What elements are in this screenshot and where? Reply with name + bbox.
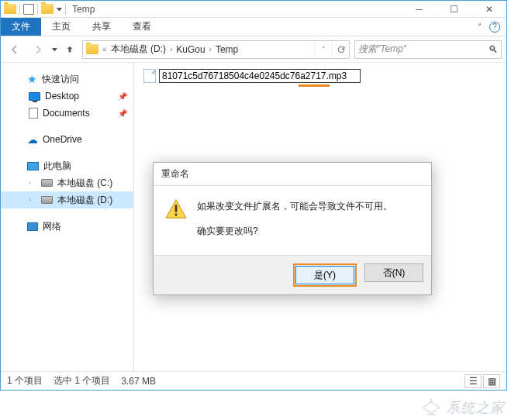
separator bbox=[19, 4, 20, 15]
dialog-line2: 确实要更改吗? bbox=[197, 223, 392, 240]
address-folder-icon bbox=[86, 44, 98, 54]
status-bar: 1 个项目 选中 1 个项目 3.67 MB ☰ ▦ bbox=[1, 371, 506, 390]
history-dropdown-icon[interactable] bbox=[52, 48, 57, 51]
dialog-button-row: 是(Y) 否(N) bbox=[154, 255, 431, 294]
annotation-underline bbox=[299, 84, 330, 87]
sidebar-label: 网络 bbox=[43, 220, 61, 233]
document-icon bbox=[29, 108, 38, 119]
breadcrumb[interactable]: 本地磁盘 (D:) bbox=[108, 43, 169, 56]
expand-icon[interactable]: › bbox=[29, 179, 36, 187]
sidebar-label: Documents bbox=[43, 108, 90, 119]
back-button[interactable] bbox=[5, 40, 24, 59]
window-title: Temp bbox=[66, 4, 402, 15]
status-item-count: 1 个项目 bbox=[7, 374, 43, 387]
sidebar-item-onedrive[interactable]: ☁ OneDrive bbox=[1, 131, 133, 148]
status-size: 3.67 MB bbox=[121, 376, 156, 387]
address-bar[interactable]: « 本地磁盘 (D:) › KuGou › Temp ˅ bbox=[82, 40, 350, 59]
address-dropdown-button[interactable]: ˅ bbox=[315, 41, 332, 58]
watermark: 系统之家 bbox=[420, 398, 505, 417]
sidebar-label: Desktop bbox=[45, 91, 79, 102]
tab-view[interactable]: 查看 bbox=[122, 18, 162, 36]
sidebar-item-desktop[interactable]: Desktop 📌 bbox=[1, 88, 133, 105]
yes-button[interactable]: 是(Y) bbox=[295, 266, 354, 284]
maximize-button[interactable]: ☐ bbox=[437, 1, 471, 18]
breadcrumb[interactable]: KuGou bbox=[173, 44, 208, 55]
drive-icon bbox=[41, 179, 53, 187]
pc-icon bbox=[27, 162, 39, 170]
tab-share[interactable]: 共享 bbox=[81, 18, 122, 36]
ribbon-tabs: 文件 主页 共享 查看 ˅ ? bbox=[1, 18, 506, 36]
close-button[interactable]: ✕ bbox=[471, 1, 506, 18]
sidebar-item-thispc[interactable]: 此电脑 bbox=[1, 157, 133, 174]
svg-rect-1 bbox=[175, 214, 178, 216]
cloud-icon: ☁ bbox=[27, 133, 38, 146]
network-icon bbox=[27, 222, 38, 231]
annotation-highlight: 是(Y) bbox=[293, 263, 357, 287]
app-icon bbox=[4, 4, 16, 14]
pin-icon: 📌 bbox=[118, 92, 127, 101]
rename-input[interactable]: 81071c5d76718504c4e0245dc76a2717.mp3 bbox=[159, 69, 361, 83]
qat-properties-icon[interactable] bbox=[23, 4, 34, 15]
sidebar-label: OneDrive bbox=[43, 134, 82, 145]
sidebar-item-drive-c[interactable]: › 本地磁盘 (C:) bbox=[1, 174, 133, 191]
nav-pane: ★ 快速访问 Desktop 📌 Documents 📌 ☁ bbox=[1, 63, 134, 371]
explorer-window: Temp ─ ☐ ✕ 文件 主页 共享 查看 ˅ ? « 本地磁盘 (D:) ›… bbox=[0, 0, 507, 391]
svg-rect-0 bbox=[175, 205, 178, 212]
drive-icon bbox=[41, 196, 53, 204]
view-icons-button[interactable]: ▦ bbox=[483, 374, 500, 388]
titlebar: Temp ─ ☐ ✕ bbox=[1, 1, 506, 18]
qat-open-icon[interactable] bbox=[41, 4, 54, 14]
sidebar-item-network[interactable]: 网络 bbox=[1, 218, 133, 235]
refresh-button[interactable] bbox=[332, 41, 349, 58]
nav-toolbar: « 本地磁盘 (D:) › KuGou › Temp ˅ 搜索"Temp" 🔍︎ bbox=[1, 36, 506, 63]
help-icon[interactable]: ? bbox=[489, 22, 500, 33]
separator bbox=[37, 4, 38, 15]
forward-button[interactable] bbox=[29, 40, 47, 59]
watermark-text: 系统之家 bbox=[446, 398, 505, 417]
search-input[interactable]: 搜索"Temp" 🔍︎ bbox=[354, 40, 502, 59]
chevron-right-icon[interactable]: « bbox=[102, 45, 108, 53]
desktop-icon bbox=[29, 92, 40, 101]
qat-dropdown-icon[interactable] bbox=[57, 8, 62, 11]
search-placeholder: 搜索"Temp" bbox=[358, 43, 406, 56]
pin-icon: 📌 bbox=[118, 109, 127, 118]
file-tab[interactable]: 文件 bbox=[1, 18, 41, 36]
sidebar-item-quickaccess[interactable]: ★ 快速访问 bbox=[1, 71, 133, 88]
star-icon: ★ bbox=[27, 73, 37, 85]
view-details-button[interactable]: ☰ bbox=[464, 374, 482, 388]
sidebar-item-documents[interactable]: Documents 📌 bbox=[1, 105, 133, 122]
warning-icon bbox=[164, 198, 188, 220]
file-icon bbox=[143, 69, 156, 83]
rename-dialog: 重命名 如果改变文件扩展名，可能会导致文件不可用。 确实要更改吗? 是(Y) 否… bbox=[153, 162, 432, 295]
dialog-title: 重命名 bbox=[154, 163, 431, 186]
sidebar-label: 本地磁盘 (C:) bbox=[57, 177, 112, 190]
ribbon-expand-icon[interactable]: ˅ bbox=[478, 22, 482, 31]
dialog-message: 如果改变文件扩展名，可能会导致文件不可用。 确实要更改吗? bbox=[197, 198, 392, 247]
expand-icon[interactable]: › bbox=[29, 196, 36, 204]
tab-home[interactable]: 主页 bbox=[41, 18, 81, 36]
search-icon[interactable]: 🔍︎ bbox=[489, 44, 498, 55]
dialog-line1: 如果改变文件扩展名，可能会导致文件不可用。 bbox=[197, 198, 392, 215]
no-button[interactable]: 否(N) bbox=[364, 263, 423, 282]
status-selected: 选中 1 个项目 bbox=[54, 374, 110, 387]
file-item[interactable]: 81071c5d76718504c4e0245dc76a2717.mp3 bbox=[143, 69, 497, 83]
sidebar-label: 本地磁盘 (D:) bbox=[57, 194, 112, 207]
sidebar-label: 此电脑 bbox=[43, 160, 71, 173]
sidebar-item-drive-d[interactable]: › 本地磁盘 (D:) bbox=[1, 191, 133, 208]
breadcrumb[interactable]: Temp bbox=[212, 44, 241, 55]
minimize-button[interactable]: ─ bbox=[402, 1, 437, 18]
up-button[interactable] bbox=[62, 42, 78, 57]
sidebar-label: 快速访问 bbox=[42, 73, 79, 86]
